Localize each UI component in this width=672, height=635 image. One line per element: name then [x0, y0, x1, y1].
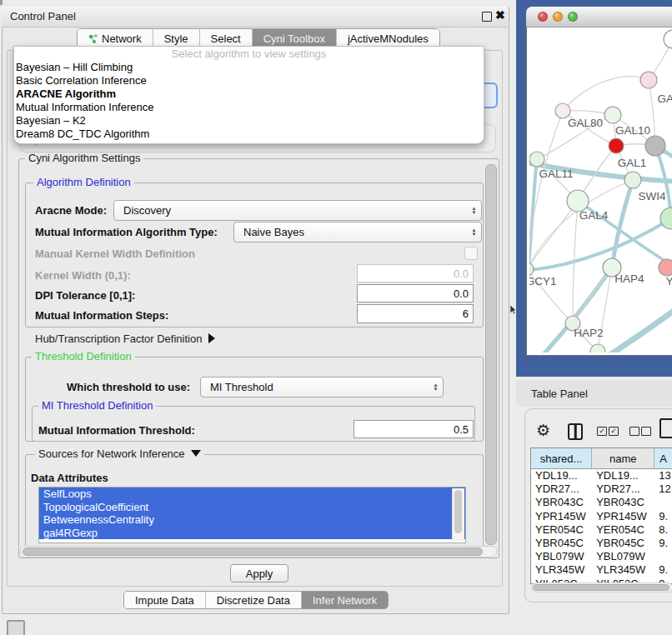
kernel-width-field[interactable]: 0.0	[357, 264, 474, 282]
table-cell[interactable]: YBR045C	[592, 537, 654, 550]
table-cell[interactable]: 9.	[654, 537, 672, 550]
table-panel-titlebar[interactable]: Table Panel	[516, 380, 672, 407]
tab-select[interactable]: Select	[200, 29, 253, 48]
dpi-tolerance-field[interactable]: 0.0	[357, 284, 474, 302]
gal-node[interactable]	[640, 72, 657, 88]
green-node-right[interactable]	[660, 208, 672, 229]
gal11-node[interactable]	[529, 152, 544, 167]
table-cell[interactable]: YBR043C	[531, 496, 592, 509]
node-top-right[interactable]	[664, 30, 672, 48]
network-canvas[interactable]: GALGAL80GAL10GAL1GAL11SWI4GAL4GCY1HAP4YH…	[529, 27, 672, 352]
table-row[interactable]: YPR145WYPR145W9.	[531, 510, 672, 523]
tab-impute-data[interactable]: Impute Data	[124, 592, 206, 608]
algorithm-option-bayesian-hill-climbing[interactable]: Bayesian – Hill Climbing	[14, 61, 484, 74]
table-horizontal-scrollbar[interactable]	[531, 582, 672, 592]
table-cell[interactable]: YDR27...	[592, 482, 654, 496]
table-cell[interactable]: YBR043C	[592, 496, 654, 509]
tab-discretize-data[interactable]: Discretize Data	[206, 592, 302, 608]
table-cell[interactable]: YPR145W	[592, 510, 654, 523]
table-cell[interactable]: YPR145W	[531, 510, 592, 523]
unchecked-column-icon[interactable]	[641, 427, 651, 436]
algorithm-option-dream8-dc-tdc-algorithm[interactable]: Dream8 DC_TDC Algorithm	[14, 128, 484, 141]
table-cell[interactable]: YDR27...	[531, 482, 592, 496]
attribute-item-gal4rgexp[interactable]: gal4RGexp	[39, 527, 465, 540]
tab-jactivemnodules[interactable]: jActiveMNodules	[337, 29, 439, 48]
node-bottom[interactable]	[590, 344, 605, 352]
manual-kernel-checkbox[interactable]	[464, 247, 478, 260]
settings-vertical-scrollbar[interactable]	[485, 164, 497, 545]
column-header-a[interactable]: A	[654, 448, 672, 468]
gcy1-node[interactable]	[529, 262, 534, 276]
minimized-panel-icon[interactable]	[7, 620, 25, 635]
table-cell[interactable]: 9.	[654, 563, 672, 577]
table-row[interactable]: YDL19...YDL19...13	[531, 469, 672, 482]
which-threshold-combobox[interactable]: MI Threshold ▲▼	[200, 377, 444, 398]
attributes-scrollbar[interactable]	[452, 488, 464, 542]
settings-horizontal-scrollbar[interactable]	[20, 546, 497, 558]
table-cell[interactable]: YDL19...	[592, 469, 654, 482]
clipped-artifact	[0, 0, 3, 5]
mi-algorithm-type-combobox[interactable]: Naive Bayes ▲▼	[233, 222, 482, 242]
table-cell[interactable]: 13	[654, 469, 672, 482]
spinner-arrows-icon: ▲▼	[467, 228, 481, 237]
table-row[interactable]: YBR045CYBR045C9.	[531, 537, 672, 550]
table-row[interactable]: YDR27...YDR27...12	[531, 482, 672, 496]
aracne-mode-combobox[interactable]: Discovery ▲▼	[113, 200, 482, 221]
table-cell[interactable]	[654, 550, 672, 563]
table-cell[interactable]: 9.	[654, 510, 672, 523]
mi-steps-field[interactable]: 6	[357, 304, 474, 323]
attribute-item-topologicalcoefficient[interactable]: TopologicalCoefficient	[39, 501, 465, 514]
table-cell[interactable]: YER054C	[592, 523, 654, 537]
float-window-icon[interactable]	[482, 12, 492, 22]
hub-definition-toggle[interactable]: Hub/Transcription Factor Definition	[35, 332, 215, 345]
checked-column-icon[interactable]: ✓	[609, 427, 619, 436]
algorithm-option-mutual-information-inference[interactable]: Mutual Information Inference	[14, 101, 484, 114]
minimize-light[interactable]	[553, 12, 563, 22]
table-cell[interactable]: 12	[654, 482, 672, 496]
table-row[interactable]: YER054CYER054C8.	[531, 523, 672, 537]
column-header-shared[interactable]: shared...	[531, 448, 592, 468]
table-cell[interactable]: YLR345W	[592, 563, 654, 577]
zoom-light[interactable]	[568, 12, 578, 22]
table-cell[interactable]: YBL079W	[592, 550, 654, 563]
column-header-name[interactable]: name	[592, 448, 654, 468]
tab-cyni-toolbox[interactable]: Cyni Toolbox	[253, 29, 337, 48]
column-layout-icon[interactable]	[568, 423, 583, 440]
control-panel-titlebar[interactable]	[2, 7, 508, 28]
attribute-item-betweennesscentrality[interactable]: BetweennessCentrality	[39, 513, 465, 527]
table-row[interactable]: YBL079WYBL079W	[531, 550, 672, 563]
gal10-node[interactable]	[604, 107, 621, 123]
gear-icon[interactable]: ⚙	[536, 421, 550, 440]
gal1-node[interactable]	[609, 138, 624, 153]
document-icon[interactable]	[659, 418, 672, 438]
checked-column-icon[interactable]: ✓	[597, 427, 607, 436]
tab-network[interactable]: Network	[78, 29, 153, 48]
algorithm-option-basic-correlation-inference[interactable]: Basic Correlation Inference	[14, 74, 484, 88]
table-cell[interactable]: YDL19...	[531, 469, 592, 482]
algorithm-option-aracne-algorithm[interactable]: ARACNE Algorithm	[14, 88, 484, 101]
sources-toggle[interactable]: Sources for Network Inference	[35, 448, 204, 460]
network-window-titlebar[interactable]	[526, 7, 672, 28]
unchecked-column-icon[interactable]	[629, 427, 639, 436]
table-cell[interactable]: YER054C	[531, 523, 592, 537]
table-row[interactable]: YLR345WYLR345W9.	[531, 563, 672, 577]
close-light[interactable]	[538, 12, 548, 22]
apply-button[interactable]: Apply	[230, 564, 288, 582]
table-cell[interactable]	[654, 496, 672, 509]
table-row[interactable]: YBR043CYBR043C	[531, 496, 672, 509]
table-cell[interactable]: YBR045C	[531, 537, 592, 550]
close-window-icon[interactable]: ✖	[495, 8, 505, 22]
tab-infer-network[interactable]: Infer Network	[302, 592, 388, 608]
mi-threshold-field[interactable]: 0.5	[354, 420, 474, 438]
table-cell[interactable]: 8.	[654, 523, 672, 537]
table-cell[interactable]: YBL079W	[531, 550, 592, 563]
table-cell[interactable]: YLR345W	[531, 563, 592, 577]
tab-label: Infer Network	[313, 594, 377, 607]
gray-node[interactable]	[645, 136, 665, 156]
threshold-definition-title: Threshold Definition	[32, 351, 135, 362]
swi4-node[interactable]	[624, 172, 641, 188]
attribute-item-selfloops[interactable]: SelfLoops	[39, 488, 465, 501]
tab-style[interactable]: Style	[153, 29, 200, 48]
salmon-node[interactable]	[659, 259, 672, 276]
algorithm-option-bayesian-k2[interactable]: Bayesian – K2	[14, 114, 484, 128]
